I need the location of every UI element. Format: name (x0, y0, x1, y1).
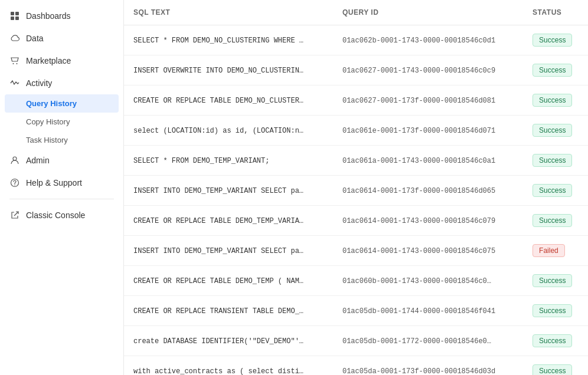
sidebar-item-help-support[interactable]: Help & Support (0, 172, 123, 194)
status-badge: Success (533, 214, 572, 227)
sidebar-item-marketplace[interactable]: Marketplace (0, 50, 123, 72)
status-badge: Success (533, 64, 572, 77)
status-cell: Success (523, 266, 588, 296)
sidebar: Dashboards Data Marketplace Activity (0, 0, 124, 375)
admin-label: Admin (26, 156, 50, 165)
marketplace-label: Marketplace (26, 56, 71, 65)
sql-text-cell: INSERT INTO DEMO_TEMP_VARIANT SELECT pa… (124, 236, 333, 266)
svg-point-6 (13, 157, 17, 160)
sql-text-cell: with active_contracts as ( select disti… (124, 356, 333, 376)
status-badge: Success (533, 154, 572, 167)
table-row[interactable]: CREATE OR REPLACE TRANSIENT TABLE DEMO_…… (124, 296, 588, 326)
status-cell: Success (523, 85, 588, 116)
sql-text-cell: INSERT OVERWRITE INTO DEMO_NO_CLUSTERIN… (124, 55, 333, 85)
query-id-cell: 01ac05db-0001-1772-0000-00018546e0… (333, 326, 523, 356)
help-icon (9, 177, 20, 188)
sql-text-cell: SELECT * FROM DEMO_NO_CLUSTERING WHERE … (124, 25, 333, 55)
table-row[interactable]: SELECT * FROM DEMO_NO_CLUSTERING WHERE …… (124, 25, 588, 55)
svg-rect-2 (11, 17, 14, 20)
query-history-table-container[interactable]: SQL TEXT QUERY ID STATUS SELECT * FROM D… (124, 0, 588, 375)
dashboards-label: Dashboards (26, 11, 71, 21)
table-row[interactable]: SELECT * FROM DEMO_TEMP_VARIANT;01ac061a… (124, 146, 588, 176)
col-header-status: STATUS (523, 0, 588, 25)
sql-text-cell: CREATE OR REPLACE TRANSIENT TABLE DEMO_… (124, 296, 333, 326)
table-row[interactable]: create DATABASE IDENTIFIER('"DEV_DEMO"'…… (124, 326, 588, 356)
status-cell: Success (523, 146, 588, 176)
query-id-cell: 01ac0627-0001-173f-0000-00018546d081 (333, 85, 523, 116)
sidebar-item-dashboards[interactable]: Dashboards (0, 5, 123, 27)
svg-rect-1 (15, 12, 19, 15)
sidebar-item-activity[interactable]: Activity (0, 72, 123, 94)
sidebar-item-task-history[interactable]: Task History (0, 131, 123, 149)
table-row[interactable]: INSERT INTO DEMO_TEMP_VARIANT SELECT pa…… (124, 236, 588, 266)
status-badge: Success (533, 184, 572, 197)
svg-line-9 (14, 212, 18, 216)
table-row[interactable]: select (LOCATION:id) as id, (LOCATION:n…… (124, 116, 588, 146)
sidebar-item-data[interactable]: Data (0, 27, 123, 50)
grid-icon (9, 11, 20, 21)
status-cell: Success (523, 356, 588, 376)
svg-point-5 (17, 63, 18, 64)
admin-icon (9, 155, 20, 166)
table-row[interactable]: INSERT OVERWRITE INTO DEMO_NO_CLUSTERIN…… (124, 55, 588, 85)
query-id-cell: 01ac062b-0001-1743-0000-00018546c0d1 (333, 25, 523, 55)
cloud-icon (9, 33, 20, 44)
status-cell: Success (523, 206, 588, 236)
activity-icon (9, 78, 20, 88)
query-history-table: SQL TEXT QUERY ID STATUS SELECT * FROM D… (124, 0, 588, 375)
sql-text-cell: INSERT INTO DEMO_TEMP_VARIANT SELECT pa… (124, 176, 333, 206)
activity-submenu: Query History Copy History Task History (0, 94, 123, 149)
status-cell: Success (523, 296, 588, 326)
query-id-cell: 01ac061a-0001-1743-0000-00018546c0a1 (333, 146, 523, 176)
status-badge: Success (533, 304, 572, 317)
sql-text-cell: CREATE OR REPLACE TABLE DEMO_TEMP_VARIA… (124, 206, 333, 236)
activity-label: Activity (26, 78, 52, 88)
status-cell: Success (523, 326, 588, 356)
svg-point-4 (13, 63, 14, 64)
table-row[interactable]: CREATE OR REPLACE TABLE DEMO_TEMP_VARIA…… (124, 206, 588, 236)
sql-text-cell: CREATE OR REPLACE TABLE DEMO_TEMP ( NAM… (124, 266, 333, 296)
query-id-cell: 01ac061e-0001-173f-0000-00018546d071 (333, 116, 523, 146)
status-badge: Success (533, 94, 572, 107)
query-id-cell: 01ac0614-0001-173f-0000-00018546d065 (333, 176, 523, 206)
shop-icon (9, 55, 20, 66)
table-row[interactable]: CREATE OR REPLACE TABLE DEMO_NO_CLUSTER…… (124, 85, 588, 116)
svg-point-8 (14, 185, 15, 185)
svg-rect-0 (11, 12, 14, 15)
query-id-cell: 01ac0614-0001-1743-0000-00018546c079 (333, 206, 523, 236)
status-cell: Success (523, 176, 588, 206)
status-cell: Failed (523, 236, 588, 266)
classic-console-label: Classic Console (26, 210, 85, 220)
query-id-cell: 01ac0627-0001-1743-0000-00018546c0c9 (333, 55, 523, 85)
sidebar-item-classic-console[interactable]: Classic Console (0, 204, 123, 226)
sidebar-item-copy-history[interactable]: Copy History (0, 113, 123, 131)
sql-text-cell: CREATE OR REPLACE TABLE DEMO_NO_CLUSTER… (124, 85, 333, 116)
col-header-query-id: QUERY ID (333, 0, 523, 25)
sidebar-item-admin[interactable]: Admin (0, 149, 123, 172)
status-badge: Success (533, 334, 572, 347)
svg-rect-3 (15, 17, 19, 20)
query-id-cell: 01ac060b-0001-1743-0000-00018546c0… (333, 266, 523, 296)
status-cell: Success (523, 116, 588, 146)
sql-text-cell: create DATABASE IDENTIFIER('"DEV_DEMO"'… (124, 326, 333, 356)
table-row[interactable]: with active_contracts as ( select disti…… (124, 356, 588, 376)
external-icon (9, 210, 20, 221)
status-cell: Success (523, 55, 588, 85)
sql-text-cell: select (LOCATION:id) as id, (LOCATION:n… (124, 116, 333, 146)
help-support-label: Help & Support (26, 178, 82, 188)
status-badge: Success (533, 34, 572, 47)
sidebar-divider (9, 199, 114, 199)
table-row[interactable]: INSERT INTO DEMO_TEMP_VARIANT SELECT pa…… (124, 176, 588, 206)
query-id-cell: 01ac05db-0001-1744-0000-00018546f041 (333, 296, 523, 326)
query-id-cell: 01ac0614-0001-1743-0000-00018546c075 (333, 236, 523, 266)
query-id-cell: 01ac05da-0001-173f-0000-00018546d03d (333, 356, 523, 376)
status-badge: Success (533, 274, 572, 287)
status-cell: Success (523, 25, 588, 55)
status-badge: Success (533, 364, 572, 375)
main-content: SQL TEXT QUERY ID STATUS SELECT * FROM D… (124, 0, 588, 375)
data-label: Data (26, 34, 44, 43)
table-row[interactable]: CREATE OR REPLACE TABLE DEMO_TEMP ( NAM…… (124, 266, 588, 296)
sql-text-cell: SELECT * FROM DEMO_TEMP_VARIANT; (124, 146, 333, 176)
sidebar-item-query-history[interactable]: Query History (5, 94, 119, 113)
col-header-sql-text: SQL TEXT (124, 0, 333, 25)
